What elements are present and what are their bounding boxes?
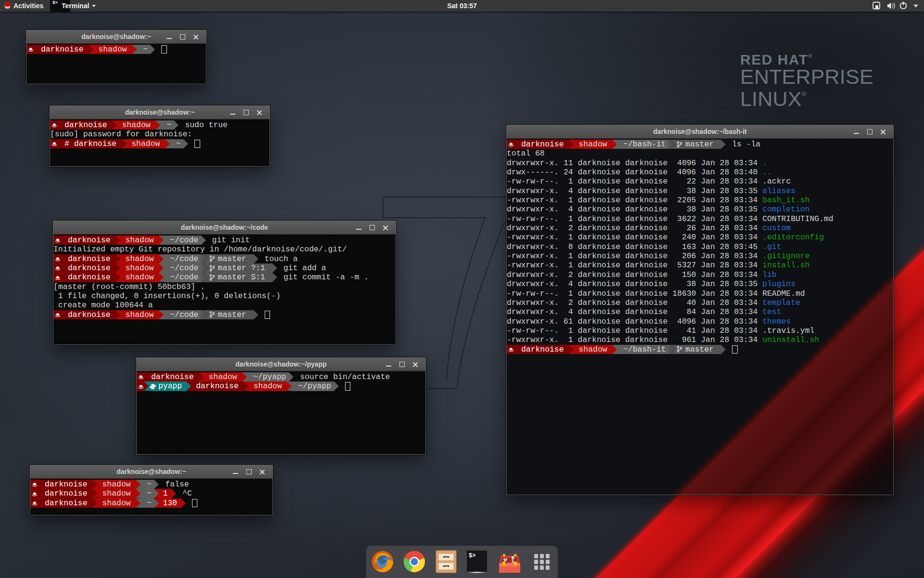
svg-text:$>: $> [469,552,475,559]
